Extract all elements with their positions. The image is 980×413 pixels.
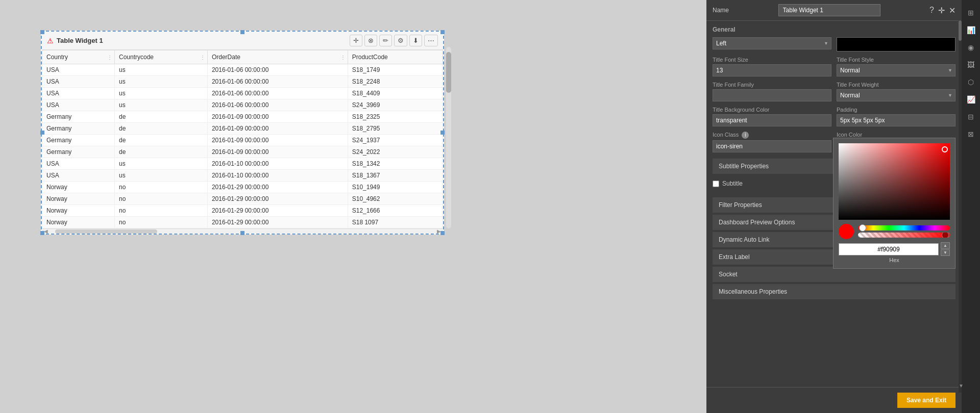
table-cell: 2016-01-29 00:00:00 xyxy=(207,217,348,228)
table-cell: USA xyxy=(42,170,115,182)
font-weight-select[interactable]: Normal Bold Light xyxy=(837,89,955,101)
resize-handle-bottom[interactable] xyxy=(240,231,244,235)
miscellaneous-properties-header[interactable]: Miscellaneous Properties xyxy=(713,284,955,299)
color-gradient-handle[interactable] xyxy=(942,146,948,152)
col-countrycode: Countrycode ⋮ xyxy=(114,50,207,64)
title-color-block[interactable] xyxy=(837,37,955,51)
resize-handle-top[interactable] xyxy=(240,30,244,34)
font-family-label: Title Font Family xyxy=(713,82,831,88)
toolbar-move-btn[interactable]: ✛ xyxy=(350,35,362,46)
table-cell: no xyxy=(114,193,207,205)
subtitle-properties-label: Subtitle Properties xyxy=(719,163,769,170)
table-row: Germanyde2016-01-09 00:00:00S18_2795 xyxy=(42,123,443,135)
sidebar-icon-8[interactable]: ⊠ xyxy=(963,126,979,142)
resize-handle-right[interactable] xyxy=(440,131,445,135)
dashboard-preview-options-label: Dashboard Preview Options xyxy=(719,219,795,226)
table-cell: 2016-01-29 00:00:00 xyxy=(207,205,348,217)
alpha-handle[interactable] xyxy=(942,233,949,238)
alignment-select[interactable]: Left Center Right xyxy=(713,37,831,49)
table-cell: us xyxy=(114,64,207,76)
close-icon[interactable]: ✕ xyxy=(949,6,955,15)
col-resizer-countrycode[interactable]: ⋮ xyxy=(200,55,205,60)
font-style-label: Title Font Style xyxy=(837,57,955,63)
table-cell: S18_1749 xyxy=(348,64,443,76)
resize-handle-br[interactable] xyxy=(440,231,445,235)
table-cell: USA xyxy=(42,99,115,111)
sidebar-icon-5[interactable]: ⬡ xyxy=(963,74,979,90)
resize-handle-bl[interactable] xyxy=(40,231,44,235)
panel-header: Name Table Widget 1 ? ✛ ✕ xyxy=(706,0,962,21)
table-cell: USA xyxy=(42,64,115,76)
table-cell: USA xyxy=(42,158,115,170)
icon-class-input[interactable] xyxy=(713,140,831,152)
bg-color-group: Title Background Color xyxy=(713,107,831,126)
sidebar-icon-6[interactable]: 📈 xyxy=(963,92,979,107)
sidebar-icon-1[interactable]: ⊞ xyxy=(963,5,979,20)
table-cell: S24_2022 xyxy=(348,146,443,158)
padding-label: Padding xyxy=(837,107,955,113)
table-cell: S18_2325 xyxy=(348,111,443,123)
hue-handle[interactable] xyxy=(859,224,866,231)
sidebar-icon-4[interactable]: 🖼 xyxy=(963,57,979,72)
resize-handle-tl[interactable] xyxy=(40,30,44,34)
vscrollbar-thumb[interactable] xyxy=(446,52,451,93)
col-productcode: ProductCode xyxy=(348,50,443,64)
font-size-input[interactable] xyxy=(713,64,831,76)
padding-input[interactable] xyxy=(837,114,955,126)
dynamic-auto-link-label: Dynamic Auto Link xyxy=(719,236,769,243)
sidebar-icon-2[interactable]: 📊 xyxy=(963,22,979,38)
hex-input[interactable] xyxy=(839,243,939,255)
table-cell: Norway xyxy=(42,193,115,205)
socket-header[interactable]: Socket xyxy=(713,267,955,282)
font-family-input[interactable] xyxy=(713,89,831,101)
scroll-down-indicator[interactable]: ▼ xyxy=(959,383,962,389)
table-cell: 2016-01-06 00:00:00 xyxy=(207,88,348,99)
table-row: Norwayno2016-01-29 00:00:00S18 1097 xyxy=(42,217,443,228)
alignment-group: Left Center Right xyxy=(713,37,831,49)
alignment-select-wrapper: Left Center Right xyxy=(713,37,831,49)
resize-handle-tr[interactable] xyxy=(440,30,445,34)
table-row: Norwayno2016-01-29 00:00:00S10_4962 xyxy=(42,193,443,205)
toolbar-settings-btn[interactable]: ⚙ xyxy=(394,35,407,46)
col-resizer-country[interactable]: ⋮ xyxy=(107,55,112,60)
font-size-label: Title Font Size xyxy=(713,57,831,63)
table-cell: Germany xyxy=(42,135,115,146)
panel-name-input[interactable]: Table Widget 1 xyxy=(778,4,880,16)
bg-color-padding-row: Title Background Color Padding xyxy=(713,107,955,126)
sidebar-icon-3[interactable]: ◉ xyxy=(963,40,979,55)
hue-slider[interactable] xyxy=(858,225,950,230)
subtitle-checkbox[interactable] xyxy=(713,180,719,187)
table-row: USAus2016-01-06 00:00:00S24_3969 xyxy=(42,99,443,111)
table-cell: de xyxy=(114,146,207,158)
hex-down-btn[interactable]: ▼ xyxy=(941,249,950,256)
table-row: USAus2016-01-06 00:00:00S18_2248 xyxy=(42,76,443,88)
color-gradient-area[interactable] xyxy=(839,143,950,220)
toolbar-edit-btn[interactable]: ✏ xyxy=(379,35,392,46)
icon-class-info-icon[interactable]: i xyxy=(742,132,749,139)
table-cell: Norway xyxy=(42,217,115,228)
widget-container: ⚠ Table Widget 1 ✛ ⊗ ✏ ⚙ ⬇ ⋯ Country ⋮ C… xyxy=(41,31,444,235)
bg-color-input[interactable] xyxy=(713,114,831,126)
table-cell: 2016-01-06 00:00:00 xyxy=(207,64,348,76)
table-scrollbar-vertical[interactable] xyxy=(446,47,451,228)
font-weight-group: Title Font Weight Normal Bold Light xyxy=(837,82,955,101)
toolbar-link-btn[interactable]: ⊗ xyxy=(364,35,377,46)
resize-handle-left[interactable] xyxy=(40,131,44,135)
alpha-slider[interactable] xyxy=(858,233,950,238)
save-exit-button[interactable]: Save and Exit xyxy=(897,393,955,408)
move-icon[interactable]: ✛ xyxy=(938,6,945,15)
scrollbar-track[interactable] xyxy=(55,229,157,234)
font-size-group: Title Font Size xyxy=(713,57,831,76)
table-cell: S24_3969 xyxy=(348,99,443,111)
help-icon[interactable]: ? xyxy=(929,6,934,15)
panel-scrollbar-thumb[interactable] xyxy=(959,20,962,41)
col-resizer-orderdate[interactable]: ⋮ xyxy=(340,55,346,60)
hex-up-btn[interactable]: ▲ xyxy=(941,242,950,249)
toolbar-download-btn[interactable]: ⬇ xyxy=(409,35,422,46)
table-cell: 2016-01-29 00:00:00 xyxy=(207,193,348,205)
toolbar-more-btn[interactable]: ⋯ xyxy=(424,35,438,46)
font-style-select[interactable]: Normal Italic Bold xyxy=(837,64,955,76)
sidebar-icon-7[interactable]: ⊟ xyxy=(963,109,979,124)
panel-footer: Save and Exit xyxy=(706,387,962,413)
widget-header: ⚠ Table Widget 1 ✛ ⊗ ✏ ⚙ ⬇ ⋯ xyxy=(42,32,443,50)
